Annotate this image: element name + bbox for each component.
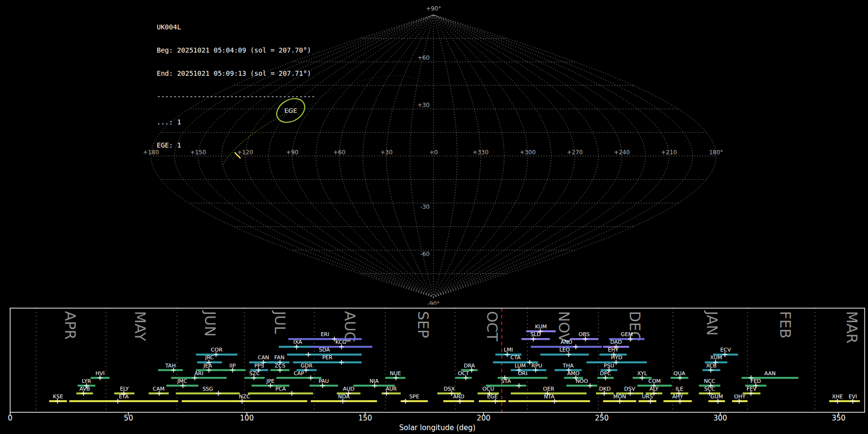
shower-code-label: LUM (515, 363, 526, 369)
x-tick-label: 200 (476, 414, 490, 422)
sky-map: EGE+90°-90°+180+150+120+90+60+30+0+330+3… (0, 0, 868, 305)
shower-LEO: LEO (541, 347, 589, 357)
shower-bar (69, 400, 178, 402)
month-label: MAY (132, 311, 149, 341)
shower-bar (567, 385, 597, 387)
shower-peak-marker (306, 352, 311, 357)
shower-code-label: KSE (53, 393, 63, 400)
shower-code-label: QUA (674, 370, 686, 377)
shower-code-label: EGE (487, 393, 498, 400)
count-unclassified: ...: 1 (157, 118, 315, 126)
shower-code-label: FAN (274, 354, 285, 361)
shower-PCA: PCA (248, 386, 313, 396)
shower-peak-marker (403, 399, 408, 404)
shower-code-label: DKD (599, 386, 610, 392)
month-label: MAR (843, 311, 860, 343)
shower-code-label: OER (543, 386, 555, 392)
separator-line: --------------------------------------- (157, 93, 315, 100)
shower-code-label: JPE (266, 378, 274, 384)
shower-XHE: XHE (829, 393, 845, 404)
shower-code-label: GUM (710, 393, 723, 400)
shower-bar (508, 400, 590, 402)
month-label: OCT (484, 311, 501, 342)
shower-RPU: RPU (528, 363, 546, 373)
shower-MON: MON (603, 393, 637, 404)
shower-code-label: NZC (239, 393, 250, 400)
shower-code-label: DSV (624, 386, 635, 392)
shower-bar (541, 353, 589, 355)
shower-peak-marker (216, 391, 221, 396)
shower-code-label: LEO (559, 347, 570, 353)
shower-code-label: KUM (535, 324, 547, 330)
shower-code-label: KCG (336, 339, 347, 345)
begin-time: Beg: 20251021 05:04:09 (sol = 207.70°) (157, 46, 315, 54)
ra-label: +210 (661, 149, 677, 156)
shower-code-label: LYR (82, 378, 91, 384)
shower-NDA: NDA (311, 393, 377, 404)
x-tick-label: 50 (124, 414, 133, 422)
shower-PAU: PAU (310, 378, 338, 388)
shower-ARD: ARD (443, 393, 474, 404)
shower-code-label: SPE (409, 393, 420, 400)
plot-stage: EGE+90°-90°+180+150+120+90+60+30+0+330+3… (0, 0, 868, 434)
shower-IIP: IIP (219, 363, 245, 373)
shower-code-label: SZC (249, 370, 260, 377)
shower-code-label: DSX (444, 386, 455, 392)
ra-label: +300 (520, 149, 536, 156)
month-label: AUG (341, 311, 358, 343)
shower-bar (176, 393, 240, 394)
shower-code-label: SLD (530, 331, 541, 338)
shower-code-label: NDA (338, 393, 350, 400)
shower-SZC: SZC (244, 370, 265, 380)
shower-code-label: JRC (204, 354, 214, 361)
dec-label: -60 (420, 251, 430, 258)
shower-peak-marker (588, 383, 593, 388)
shower-SLD: SLD (521, 331, 550, 341)
shower-code-label: PSU (604, 363, 614, 369)
shower-code-label: URS (642, 393, 653, 400)
shower-DPC: DPC (597, 370, 613, 380)
pole-label-south: -90° (427, 300, 440, 305)
shower-code-label: DRA (464, 363, 475, 369)
shower-code-label: CAM (153, 386, 165, 392)
shower-peak-marker (573, 344, 578, 349)
shower-code-label: RPU (531, 363, 542, 369)
shower-code-label: AMO (567, 370, 580, 377)
activity-chart: APRMAYJUNJULAUGSEPOCTNOVDECJANFEBMARKUME… (0, 305, 868, 434)
shower-XCB: XCB (703, 363, 720, 373)
shower-code-label: ORI (518, 370, 528, 377)
x-axis: 050100150200250300350 (8, 412, 845, 422)
shower-KSE: KSE (49, 393, 67, 404)
shower-code-label: JEA (203, 363, 212, 369)
month-label: APR (62, 311, 79, 339)
x-axis-title: Solar longitude (deg) (399, 423, 475, 432)
shower-NZC: NZC (182, 393, 307, 404)
shower-OHY: OHY (732, 393, 747, 404)
shower-code-label: NOO (576, 378, 588, 384)
shower-code-label: PCA (275, 386, 286, 392)
shower-code-label: CAP (294, 370, 304, 377)
shower-code-label: FED (750, 378, 761, 384)
shower-JMC: JMC (166, 378, 198, 388)
shower-code-label: DPC (600, 370, 611, 377)
dec-label: -30 (420, 203, 430, 210)
shower-AVB: AVB (76, 386, 93, 396)
shower-COR: COR (196, 347, 237, 357)
ra-label: +330 (473, 149, 488, 156)
shower-code-label: NIA (369, 378, 379, 384)
station-id: UK004L (157, 23, 315, 31)
shower-code-label: JMC (177, 378, 188, 384)
shower-TAH: TAH (158, 363, 183, 373)
shower-code-label: AND (560, 339, 572, 345)
shower-bar (276, 377, 321, 379)
x-tick-label: 350 (832, 414, 846, 422)
shower-NUE: NUE (385, 370, 406, 380)
shower-DKD: DKD (596, 386, 614, 396)
shower-QUA: QUA (671, 370, 689, 380)
shower-code-label: ARD (453, 393, 464, 400)
shower-code-label: OCU (482, 386, 494, 392)
shower-SSG: SSG (176, 386, 240, 396)
shower-code-label: AAN (764, 370, 776, 377)
month-label: JUN (202, 310, 218, 337)
shower-code-label: SDA (319, 347, 330, 353)
